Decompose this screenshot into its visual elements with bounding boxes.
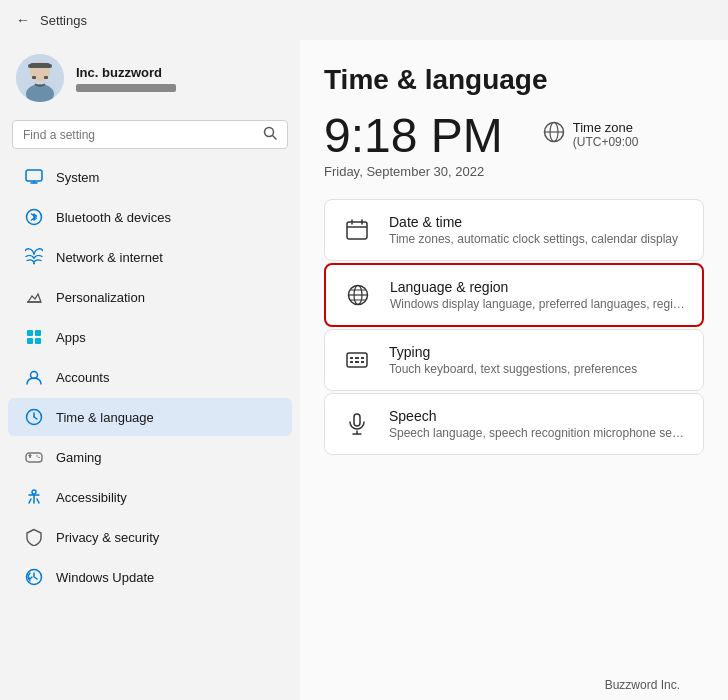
sidebar-item-time[interactable]: Time & language: [8, 398, 292, 436]
svg-rect-45: [350, 361, 353, 363]
personalization-icon: [24, 287, 44, 307]
typing-settings-desc: Touch keyboard, text suggestions, prefer…: [389, 362, 687, 376]
timezone-section: Time zone (UTC+09:00: [543, 120, 639, 149]
current-date: Friday, September 30, 2022: [324, 164, 503, 179]
nav-items: System Bluetooth & devices Network & int…: [0, 157, 300, 690]
speech-settings-title: Speech: [389, 408, 687, 424]
system-icon: [24, 167, 44, 187]
svg-rect-42: [350, 357, 353, 359]
svg-rect-18: [35, 338, 41, 344]
update-icon: [24, 567, 44, 587]
current-time: 9:18 PM: [324, 112, 503, 160]
timezone-icon: [543, 121, 565, 148]
timezone-value: (UTC+09:00: [573, 135, 639, 149]
svg-rect-48: [354, 414, 360, 426]
sidebar-item-personalization[interactable]: Personalization: [8, 278, 292, 316]
user-name: Inc. buzzword: [76, 65, 176, 80]
search-box[interactable]: [12, 120, 288, 149]
avatar: [16, 54, 64, 102]
sidebar-item-label-apps: Apps: [56, 330, 86, 345]
svg-rect-44: [361, 357, 364, 359]
sidebar-item-accessibility[interactable]: Accessibility: [8, 478, 292, 516]
typing-settings-icon: [341, 344, 373, 376]
privacy-icon: [24, 527, 44, 547]
sidebar: Inc. buzzword System: [0, 40, 300, 700]
svg-point-13: [33, 263, 35, 265]
sidebar-item-label-time: Time & language: [56, 410, 154, 425]
svg-rect-15: [27, 330, 33, 336]
datetime-settings-title: Date & time: [389, 214, 687, 230]
sidebar-item-label-privacy: Privacy & security: [56, 530, 159, 545]
sidebar-item-bluetooth[interactable]: Bluetooth & devices: [8, 198, 292, 236]
user-section: Inc. buzzword: [0, 40, 300, 116]
sidebar-item-label-accounts: Accounts: [56, 370, 109, 385]
settings-item-speech[interactable]: Speech Speech language, speech recogniti…: [324, 393, 704, 455]
content-area: Time & language 9:18 PM Friday, Septembe…: [300, 40, 728, 700]
user-info: Inc. buzzword: [76, 65, 176, 92]
datetime-settings-text: Date & time Time zones, automatic clock …: [389, 214, 687, 246]
time-section: 9:18 PM Friday, September 30, 2022 Time …: [324, 112, 704, 179]
speech-settings-desc: Speech language, speech recognition micr…: [389, 426, 687, 440]
apps-icon: [24, 327, 44, 347]
accessibility-icon: [24, 487, 44, 507]
language-settings-desc: Windows display language, preferred lang…: [390, 297, 686, 311]
language-settings-text: Language & region Windows display langua…: [390, 279, 686, 311]
search-icon: [263, 126, 277, 143]
speech-settings-text: Speech Speech language, speech recogniti…: [389, 408, 687, 440]
datetime-settings-icon: [341, 214, 373, 246]
sidebar-item-accounts[interactable]: Accounts: [8, 358, 292, 396]
svg-rect-47: [361, 361, 364, 363]
sidebar-item-label-bluetooth: Bluetooth & devices: [56, 210, 171, 225]
sidebar-item-label-update: Windows Update: [56, 570, 154, 585]
typing-settings-text: Typing Touch keyboard, text suggestions,…: [389, 344, 687, 376]
search-input[interactable]: [23, 128, 257, 142]
sidebar-item-label-system: System: [56, 170, 99, 185]
settings-list: Date & time Time zones, automatic clock …: [324, 199, 704, 670]
sidebar-item-label-network: Network & internet: [56, 250, 163, 265]
language-settings-icon: [342, 279, 374, 311]
settings-item-language[interactable]: Language & region Windows display langua…: [324, 263, 704, 327]
bluetooth-icon: [24, 207, 44, 227]
language-settings-title: Language & region: [390, 279, 686, 295]
sidebar-item-update[interactable]: Windows Update: [8, 558, 292, 596]
svg-point-28: [38, 457, 40, 459]
svg-rect-17: [27, 338, 33, 344]
svg-rect-34: [347, 222, 367, 239]
sidebar-item-label-accessibility: Accessibility: [56, 490, 127, 505]
sidebar-item-apps[interactable]: Apps: [8, 318, 292, 356]
timezone-label: Time zone: [573, 120, 639, 135]
user-status-bar: [76, 84, 176, 92]
time-icon: [24, 407, 44, 427]
footer-text: Buzzword Inc.: [605, 678, 680, 692]
sidebar-item-system[interactable]: System: [8, 158, 292, 196]
svg-rect-9: [26, 170, 42, 181]
typing-settings-title: Typing: [389, 344, 687, 360]
svg-rect-4: [44, 76, 48, 79]
settings-item-datetime[interactable]: Date & time Time zones, automatic clock …: [324, 199, 704, 261]
svg-line-8: [273, 136, 277, 140]
sidebar-item-label-gaming: Gaming: [56, 450, 102, 465]
sidebar-item-privacy[interactable]: Privacy & security: [8, 518, 292, 556]
network-icon: [24, 247, 44, 267]
accounts-icon: [24, 367, 44, 387]
svg-rect-41: [347, 353, 367, 367]
back-button[interactable]: ←: [16, 12, 30, 28]
sidebar-item-network[interactable]: Network & internet: [8, 238, 292, 276]
main-layout: Inc. buzzword System: [0, 40, 728, 700]
gaming-icon: [24, 447, 44, 467]
sidebar-item-label-personalization: Personalization: [56, 290, 145, 305]
title-bar: ← Settings: [0, 0, 728, 40]
svg-rect-3: [32, 76, 36, 79]
sidebar-item-gaming[interactable]: Gaming: [8, 438, 292, 476]
svg-rect-43: [355, 357, 359, 359]
svg-rect-16: [35, 330, 41, 336]
timezone-info: Time zone (UTC+09:00: [573, 120, 639, 149]
svg-rect-6: [28, 64, 52, 68]
svg-line-22: [34, 417, 37, 419]
svg-point-27: [36, 455, 38, 457]
svg-point-29: [32, 490, 36, 494]
speech-settings-icon: [341, 408, 373, 440]
svg-rect-46: [355, 361, 359, 363]
settings-item-typing[interactable]: Typing Touch keyboard, text suggestions,…: [324, 329, 704, 391]
datetime-settings-desc: Time zones, automatic clock settings, ca…: [389, 232, 687, 246]
